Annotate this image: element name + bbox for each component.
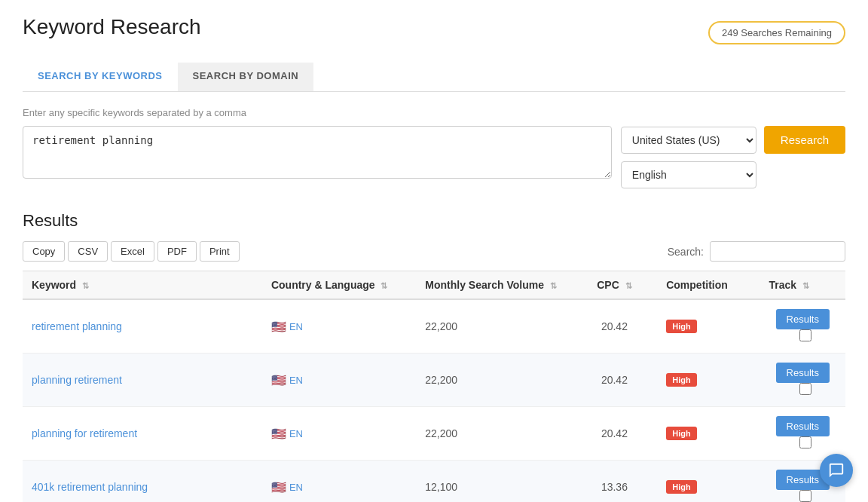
searches-remaining-badge: 249 Searches Remaining (708, 21, 845, 44)
print-button[interactable]: Print (200, 241, 240, 262)
competition-badge: High (666, 480, 696, 494)
copy-button[interactable]: Copy (23, 241, 65, 262)
col-header-track: Track ⇅ (760, 271, 845, 300)
keyword-link[interactable]: 401k retirement planning (32, 481, 148, 493)
cell-keyword: retirement planning (23, 299, 262, 354)
page-title: Keyword Research (23, 15, 201, 39)
table-toolbar: Copy CSV Excel PDF Print Search: (23, 241, 845, 262)
col-header-volume: Monthly Search Volume ⇅ (416, 271, 571, 300)
sort-track-icon[interactable]: ⇅ (802, 281, 809, 291)
flag-language: 🇺🇸 EN (271, 480, 303, 494)
table-row: planning for retirement 🇺🇸 EN 22,200 20.… (23, 407, 845, 461)
search-hint: Enter any specific keywords separated by… (23, 107, 845, 118)
toolbar-left: Copy CSV Excel PDF Print (23, 241, 240, 262)
results-title: Results (23, 211, 845, 231)
flag-emoji: 🇺🇸 (271, 427, 286, 441)
flag-emoji: 🇺🇸 (271, 480, 286, 494)
keyword-link[interactable]: planning retirement (32, 374, 122, 386)
language-code: EN (289, 375, 303, 386)
chat-icon (828, 462, 845, 479)
results-table: Keyword ⇅ Country & Language ⇅ Monthly S… (23, 271, 845, 502)
sort-cpc-icon[interactable]: ⇅ (625, 281, 632, 291)
language-code: EN (289, 482, 303, 493)
sort-country-icon[interactable]: ⇅ (381, 281, 387, 291)
track-checkbox[interactable] (799, 329, 811, 341)
col-header-competition: Competition (657, 271, 760, 300)
results-button[interactable]: Results (776, 416, 830, 436)
results-button[interactable]: Results (776, 363, 830, 383)
cell-keyword: 401k retirement planning (23, 461, 262, 503)
cell-track: Results (760, 407, 845, 461)
flag-language: 🇺🇸 EN (271, 320, 303, 334)
cell-keyword: planning retirement (23, 354, 262, 407)
col-header-cpc: CPC ⇅ (572, 271, 658, 300)
top-controls-row: United States (US) United Kingdom (GB) C… (621, 126, 845, 154)
competition-badge: High (666, 427, 696, 440)
keyword-link[interactable]: retirement planning (32, 320, 122, 332)
flag-language: 🇺🇸 EN (271, 427, 303, 441)
cell-volume: 22,200 (416, 299, 571, 354)
pdf-button[interactable]: PDF (157, 241, 197, 262)
excel-button[interactable]: Excel (111, 241, 154, 262)
cell-country: 🇺🇸 EN (262, 461, 416, 503)
cell-cpc: 20.42 (572, 299, 658, 354)
country-select[interactable]: United States (US) United Kingdom (GB) C… (621, 127, 756, 154)
cell-keyword: planning for retirement (23, 407, 262, 461)
cell-country: 🇺🇸 EN (262, 299, 416, 354)
cell-volume: 12,100 (416, 461, 571, 503)
sort-keyword-icon[interactable]: ⇅ (82, 281, 89, 291)
cell-competition: High (657, 354, 760, 407)
chat-widget[interactable] (820, 454, 853, 487)
cell-cpc: 13.36 (572, 461, 658, 503)
csv-button[interactable]: CSV (68, 241, 108, 262)
flag-language: 🇺🇸 EN (271, 373, 303, 387)
cell-cpc: 20.42 (572, 354, 658, 407)
track-checkbox[interactable] (799, 490, 811, 502)
table-row: planning retirement 🇺🇸 EN 22,200 20.42 H… (23, 354, 845, 407)
table-row: 401k retirement planning 🇺🇸 EN 12,100 13… (23, 461, 845, 503)
keyword-link[interactable]: planning for retirement (32, 427, 137, 439)
language-select[interactable]: English Spanish French German (621, 161, 756, 188)
cell-volume: 22,200 (416, 354, 571, 407)
search-area: retirement planning United States (US) U… (23, 126, 845, 188)
tab-search-by-domain[interactable]: SEARCH BY DOMAIN (178, 63, 314, 91)
tab-search-by-keywords[interactable]: SEARCH BY KEYWORDS (23, 63, 178, 91)
language-code: EN (289, 428, 303, 439)
competition-badge: High (666, 320, 696, 333)
col-header-keyword: Keyword ⇅ (23, 271, 262, 300)
right-controls: United States (US) United Kingdom (GB) C… (621, 126, 845, 188)
col-header-country: Country & Language ⇅ (262, 271, 416, 300)
cell-competition: High (657, 461, 760, 503)
cell-country: 🇺🇸 EN (262, 354, 416, 407)
track-checkbox[interactable] (799, 436, 811, 448)
table-search-label: Search: (668, 246, 704, 258)
competition-badge: High (666, 373, 696, 387)
cell-track: Results (760, 354, 845, 407)
tabs-row: SEARCH BY KEYWORDS SEARCH BY DOMAIN (23, 63, 845, 92)
track-checkbox[interactable] (799, 383, 811, 395)
table-row: retirement planning 🇺🇸 EN 22,200 20.42 H… (23, 299, 845, 354)
cell-competition: High (657, 407, 760, 461)
keyword-input[interactable]: retirement planning (23, 126, 612, 179)
cell-track: Results (760, 299, 845, 354)
sort-volume-icon[interactable]: ⇅ (550, 281, 557, 291)
table-search-input[interactable] (710, 241, 845, 262)
results-button[interactable]: Results (776, 309, 830, 329)
results-section: Results Copy CSV Excel PDF Print Search:… (23, 211, 845, 502)
flag-emoji: 🇺🇸 (271, 320, 286, 334)
cell-country: 🇺🇸 EN (262, 407, 416, 461)
flag-emoji: 🇺🇸 (271, 373, 286, 387)
language-code: EN (289, 321, 303, 332)
cell-cpc: 20.42 (572, 407, 658, 461)
research-button[interactable]: Research (764, 126, 845, 154)
toolbar-right: Search: (668, 241, 845, 262)
cell-competition: High (657, 299, 760, 354)
cell-volume: 22,200 (416, 407, 571, 461)
